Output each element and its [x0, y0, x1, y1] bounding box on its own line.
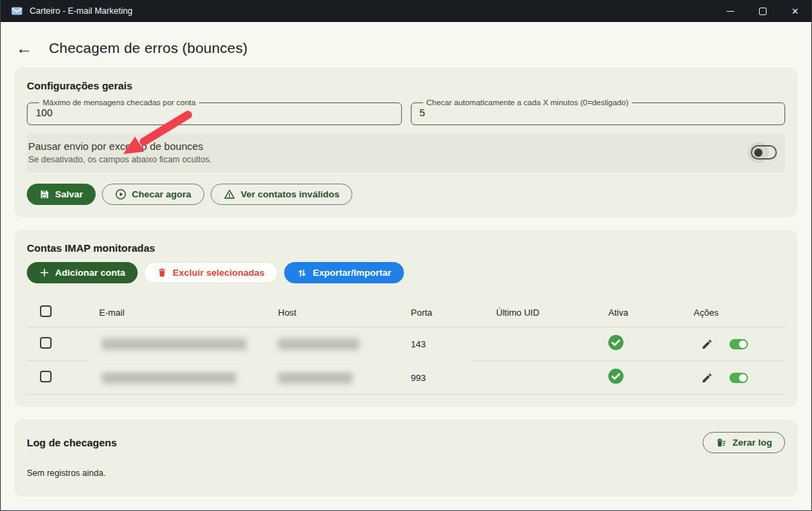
column-header-porta: Porta	[411, 307, 496, 318]
delete-sweep-icon	[716, 437, 727, 448]
edit-pencil-icon[interactable]	[701, 338, 713, 350]
ativa-cell	[608, 335, 694, 353]
trash-icon	[157, 268, 167, 278]
pause-toggle-switch[interactable]	[751, 145, 777, 160]
general-buttons-row: Salvar Checar agora Ver contatos inválid…	[27, 184, 785, 205]
blurred-host-cell	[278, 372, 352, 384]
export-import-label: Exportar/Importar	[313, 268, 392, 278]
row-active-toggle[interactable]	[729, 339, 748, 349]
table-row: 993	[27, 361, 785, 395]
warning-triangle-icon	[224, 188, 235, 200]
blurred-host-cell	[278, 338, 359, 350]
log-header-row: Log de checagens Zerar log	[27, 432, 785, 453]
imap-accounts-table: E-mail Host Porta Último UID Ativa Ações…	[27, 298, 785, 395]
add-account-label: Adicionar conta	[55, 268, 125, 278]
mini-toggle-thumb	[739, 340, 747, 348]
max-messages-label: Máximo de mensagens checadas por conta	[39, 98, 199, 107]
save-button[interactable]: Salvar	[27, 184, 96, 205]
edit-pencil-icon[interactable]	[701, 372, 713, 384]
general-settings-title: Configurações gerais	[27, 80, 785, 91]
pause-toggle-description: Se desativado, os campos abaixo ficam oc…	[28, 155, 751, 164]
max-messages-field[interactable]: Máximo de mensagens checadas por conta 1…	[27, 98, 402, 125]
check-circle-icon	[608, 335, 623, 350]
row-active-toggle[interactable]	[729, 373, 748, 383]
log-card: Log de checagens Zerar log Sem registros…	[14, 420, 798, 497]
export-import-button[interactable]: Exportar/Importar	[284, 262, 404, 283]
check-interval-field[interactable]: Checar automaticamente a cada X minutos …	[411, 98, 786, 125]
general-settings-card: Configurações gerais Máximo de mensagens…	[14, 67, 798, 217]
table-header-row: E-mail Host Porta Último UID Ativa Ações	[27, 298, 785, 327]
pause-toggle-label: Pausar envio por excesso de bounces	[28, 140, 751, 152]
table-row: 143	[27, 327, 785, 361]
blurred-email-cell	[102, 372, 236, 384]
row-checkbox[interactable]	[40, 371, 52, 382]
clear-log-button[interactable]: Zerar log	[703, 432, 785, 453]
view-invalid-contacts-button[interactable]: Ver contatos inválidos	[211, 184, 352, 205]
clear-log-label: Zerar log	[732, 437, 772, 448]
add-account-button[interactable]: Adicionar conta	[27, 262, 138, 283]
porta-cell: 143	[411, 339, 496, 349]
imap-buttons-row: Adicionar conta Excluir selecionadas Exp…	[27, 262, 785, 283]
general-fields-row: Máximo de mensagens checadas por conta 1…	[27, 98, 785, 125]
minimize-icon	[727, 11, 734, 12]
check-now-button[interactable]: Checar agora	[102, 184, 204, 205]
close-button[interactable]: ✕	[779, 0, 811, 22]
pause-toggle-text: Pausar envio por excesso de bounces Se d…	[28, 140, 751, 164]
log-empty-message: Sem registros ainda.	[27, 468, 785, 478]
porta-cell: 993	[411, 373, 496, 383]
check-interval-label: Checar automaticamente a cada X minutos …	[423, 98, 632, 107]
save-floppy-icon	[39, 189, 50, 199]
maximize-icon	[759, 8, 767, 15]
titlebar: Carteiro - E-mail Marketing ✕	[1, 0, 811, 22]
imap-accounts-title: Contas IMAP monitoradas	[27, 242, 785, 254]
window-title: Carteiro - E-mail Marketing	[30, 6, 132, 16]
check-interval-value[interactable]: 5	[420, 107, 777, 118]
maximize-button[interactable]	[747, 0, 779, 22]
play-circle-icon	[115, 188, 127, 200]
column-header-acoes: Ações	[694, 307, 785, 318]
max-messages-value[interactable]: 100	[36, 107, 393, 118]
save-button-label: Salvar	[55, 189, 83, 199]
window-controls: ✕	[714, 0, 811, 22]
column-header-email: E-mail	[99, 307, 278, 318]
plus-icon	[39, 268, 50, 278]
back-arrow-icon[interactable]: ←	[16, 39, 36, 58]
app-window: { "window": { "title": "Carteiro - E-mai…	[0, 0, 812, 511]
check-now-label: Checar agora	[132, 189, 191, 199]
close-icon: ✕	[791, 7, 799, 16]
delete-selected-button[interactable]: Excluir selecionadas	[144, 262, 278, 283]
delete-selected-label: Excluir selecionadas	[173, 268, 265, 278]
select-all-checkbox[interactable]	[40, 305, 52, 317]
blurred-email-cell	[102, 338, 246, 350]
toggle-thumb	[754, 149, 762, 157]
minimize-button[interactable]	[714, 0, 747, 22]
column-header-ultimo-uid: Último UID	[496, 307, 608, 318]
actions-cell	[694, 338, 785, 350]
page-header: ← Checagem de erros (bounces)	[1, 22, 811, 67]
ativa-cell	[608, 369, 694, 387]
column-header-host: Host	[278, 307, 411, 318]
column-header-ativa: Ativa	[608, 307, 694, 318]
view-invalid-contacts-label: Ver contatos inválidos	[241, 189, 339, 199]
imap-accounts-card: Contas IMAP monitoradas Adicionar conta …	[14, 230, 798, 407]
swap-vertical-icon	[297, 268, 308, 279]
log-title: Log de checagens	[27, 437, 117, 448]
check-circle-icon	[608, 369, 623, 384]
pause-toggle-row: Pausar envio por excesso de bounces Se d…	[27, 133, 785, 173]
actions-cell	[694, 372, 785, 384]
row-checkbox[interactable]	[40, 337, 52, 349]
page-title: Checagem de erros (bounces)	[49, 40, 248, 56]
app-envelope-icon	[11, 6, 23, 16]
mini-toggle-thumb	[739, 374, 747, 382]
